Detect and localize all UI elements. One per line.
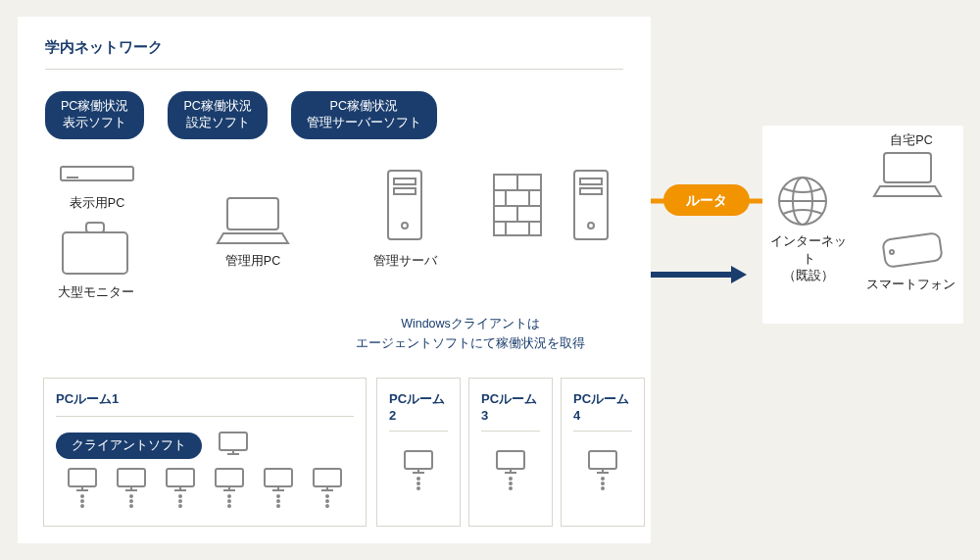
pc-room-4: PCルーム4 [561,378,645,527]
client-soft-pill: クライアントソフト [56,433,202,459]
svg-rect-45 [69,469,96,486]
internet-label: インターネット （既設） [766,233,851,285]
svg-point-86 [417,487,419,489]
svg-point-92 [510,487,512,489]
svg-rect-81 [405,451,432,469]
firewall-icon [490,167,545,243]
svg-point-68 [228,505,230,507]
svg-point-54 [130,495,132,497]
svg-point-72 [277,495,279,497]
client-monitor-icon [65,467,100,508]
svg-rect-26 [394,188,416,194]
svg-point-56 [130,505,132,507]
svg-rect-63 [216,469,243,486]
svg-marker-13 [731,266,747,283]
agent-note-line1: Windowsクライアントは [401,317,540,331]
large-monitor-label: 大型モニター [47,284,145,301]
svg-point-104 [890,250,894,254]
agent-note-line2: エージェントソフトにて稼働状況を取得 [356,336,585,350]
internet-label-line2: （既設） [783,269,834,282]
svg-point-62 [179,505,181,507]
router-label: ルータ [663,184,750,216]
pc-room-3-title: PCルーム3 [481,390,540,432]
svg-rect-75 [314,469,341,486]
internet-globe-icon [776,175,829,228]
smartphone-icon [878,229,947,272]
client-monitor-icon [216,429,251,458]
svg-point-91 [510,483,512,484]
svg-rect-102 [884,153,931,182]
campus-panel-title: 学内ネットワーク [45,38,623,70]
svg-rect-93 [589,451,616,469]
svg-rect-39 [580,178,602,184]
svg-point-48 [81,495,83,497]
svg-point-85 [417,483,419,484]
display-pc-label: 表示用PC [53,195,141,212]
svg-point-49 [81,500,83,502]
pc-room-2-title: PCルーム2 [389,390,448,432]
svg-rect-51 [118,469,145,486]
client-monitor-icon [261,467,296,508]
client-monitor-icon [585,449,620,490]
pc-room-3: PCルーム3 [468,378,553,527]
svg-point-67 [228,500,230,502]
svg-rect-57 [167,469,194,486]
pill-server-soft: PC稼働状況 管理サーバーソフト [291,91,437,139]
svg-rect-22 [86,223,104,232]
admin-server-icon [382,167,427,243]
pc-room-2: PCルーム2 [376,378,461,527]
svg-rect-69 [265,469,292,486]
svg-point-74 [277,505,279,507]
smartphone-label: スマートフォン [860,277,960,293]
proxy-server-icon [568,167,613,243]
display-pc-icon [59,159,135,190]
client-monitor-icon [163,467,198,508]
admin-pc-icon [214,194,292,247]
pc-room-1-title: PCルーム1 [56,390,354,417]
client-monitor-icon [212,467,247,508]
svg-point-96 [602,478,604,480]
agent-note: Windowsクライアントは エージェントソフトにて稼働状況を取得 [343,314,598,353]
client-monitor-icon [114,467,149,508]
admin-pc-label: 管理用PC [216,253,290,270]
svg-point-78 [326,495,328,497]
svg-point-27 [402,223,408,229]
large-monitor-icon [57,221,133,280]
home-pc-icon [870,149,945,200]
svg-point-66 [228,495,230,497]
pc-room-1: PCルーム1 クライアントソフト [43,378,367,527]
svg-point-84 [417,478,419,480]
svg-rect-87 [497,451,524,469]
svg-point-61 [179,500,181,502]
svg-point-60 [179,495,181,497]
client-monitor-icon [401,449,436,490]
pill-config-soft: PC稼働状況 設定ソフト [168,91,267,139]
client-monitor-icon [493,449,528,490]
svg-rect-25 [394,178,416,184]
svg-point-79 [326,500,328,502]
svg-point-73 [277,500,279,502]
svg-rect-42 [220,433,247,450]
svg-point-55 [130,500,132,502]
pill-display-soft: PC稼働状況 表示ソフト [45,91,144,139]
svg-point-80 [326,505,328,507]
software-pill-row: PC稼働状況 表示ソフト PC稼働状況 設定ソフト PC稼働状況 管理サーバーソ… [45,91,623,139]
svg-point-97 [602,483,604,484]
admin-server-label: 管理サーバ [367,253,443,270]
svg-rect-23 [227,198,278,229]
svg-point-90 [510,478,512,480]
pc-room-4-title: PCルーム4 [573,390,632,432]
home-pc-label: 自宅PC [882,132,941,149]
svg-point-41 [588,223,594,229]
svg-point-98 [602,487,604,489]
client-monitor-icon [310,467,345,508]
internet-label-line1: インターネット [770,234,847,266]
svg-rect-40 [580,188,602,194]
svg-rect-21 [63,232,127,274]
svg-point-50 [81,505,83,507]
